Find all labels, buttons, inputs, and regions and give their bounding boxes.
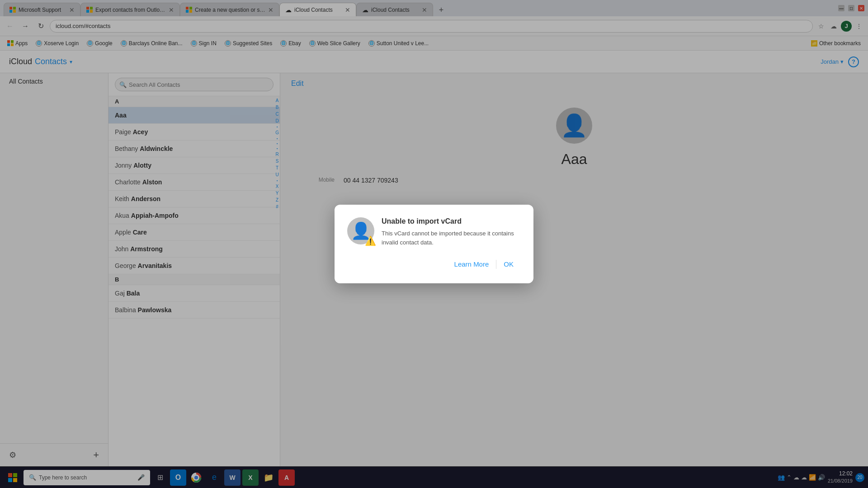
- dialog-content: 👤 ⚠️ Unable to import vCard This vCard c…: [347, 217, 521, 247]
- dialog-overlay: 👤 ⚠️ Unable to import vCard This vCard c…: [0, 0, 868, 488]
- dialog-text: Unable to import vCard This vCard cannot…: [382, 217, 521, 247]
- ok-button[interactable]: OK: [496, 258, 521, 271]
- dialog-warning-icon: ⚠️: [365, 235, 376, 246]
- dialog-buttons: Learn More OK: [347, 258, 521, 271]
- dialog-message: This vCard cannot be imported because it…: [382, 229, 521, 247]
- vcard-error-dialog: 👤 ⚠️ Unable to import vCard This vCard c…: [335, 205, 533, 283]
- learn-more-button[interactable]: Learn More: [447, 258, 496, 271]
- dialog-title: Unable to import vCard: [382, 217, 521, 225]
- dialog-contact-avatar: 👤 ⚠️: [347, 217, 374, 244]
